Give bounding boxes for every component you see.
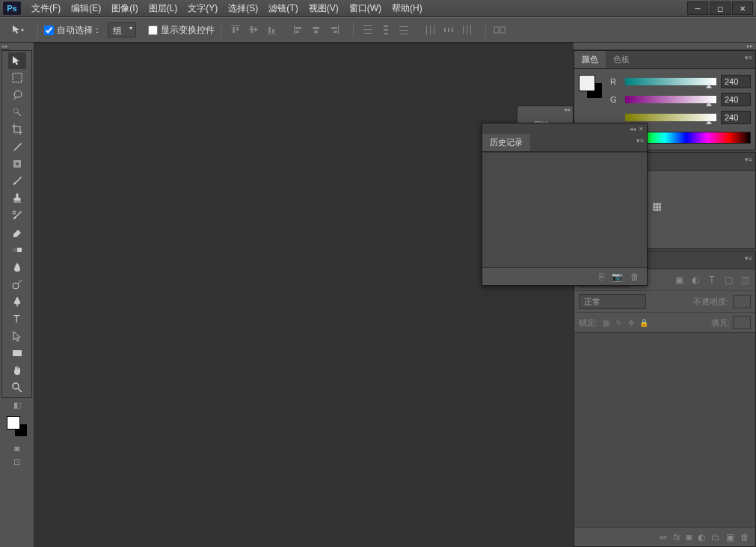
distribute-bottom-icon[interactable] [396,22,412,38]
panel-menu-icon[interactable]: ▾≡ [745,156,752,163]
history-list[interactable] [482,152,647,267]
path-select-tool[interactable] [8,328,26,344]
distribute-hcenter-icon[interactable] [440,22,457,38]
new-layer-icon[interactable]: ▣ [726,532,734,543]
lock-position-icon[interactable]: ✥ [626,317,636,328]
tab-color[interactable]: 颜色 [574,51,606,68]
tab-swatches[interactable]: 色板 [606,51,637,68]
zoom-tool[interactable] [8,379,26,396]
stamp-tool[interactable] [8,190,26,207]
panel-menu-icon[interactable]: ▾≡ [745,54,752,61]
menu-layer[interactable]: 图层(L) [144,0,182,17]
blur-tool[interactable] [8,259,26,275]
healing-tool[interactable] [8,156,26,172]
adj-icon-7[interactable]: ▦ [649,199,664,213]
layer-fx-icon[interactable]: fx [673,532,680,543]
foreground-swatch[interactable] [7,416,20,430]
collapse-icon[interactable]: ◂◂ [630,126,636,132]
menu-view[interactable]: 视图(V) [304,0,343,17]
collapse-icon[interactable]: ◂◂ [564,106,570,115]
align-bottom-icon[interactable] [263,22,280,38]
menu-file[interactable]: 文件(F) [27,0,65,17]
align-top-icon[interactable] [227,22,244,38]
distribute-top-icon[interactable] [360,22,376,38]
fill-value[interactable] [733,316,751,329]
toolbox-expand[interactable]: ▸▸ [0,43,10,50]
lock-paint-icon[interactable]: ✎ [613,317,624,328]
snapshot-icon[interactable]: 📷 [612,272,623,282]
hand-tool[interactable] [8,362,26,379]
auto-select-checkbox[interactable]: 自动选择： [44,24,102,37]
new-doc-from-state-icon[interactable]: ⎘ [599,272,604,282]
quick-select-tool[interactable] [8,104,26,120]
menu-help[interactable]: 帮助(H) [387,0,427,17]
filter-smart-icon[interactable]: ◫ [739,274,751,286]
filter-shape-icon[interactable]: ▢ [722,274,734,286]
distribute-left-icon[interactable] [422,22,439,38]
pen-tool[interactable] [8,293,26,310]
expand-icon[interactable]: ▸▸ [747,43,753,49]
default-colors-icon[interactable]: ◧ [10,399,24,411]
crop-tool[interactable] [8,121,26,138]
g-input[interactable] [721,93,751,106]
move-tool[interactable] [8,52,26,69]
fg-color-swatch[interactable] [579,75,595,91]
minimize-button[interactable]: ─ [687,1,708,15]
layers-list[interactable] [574,332,755,527]
align-left-icon[interactable] [290,22,307,38]
type-tool[interactable]: T [8,311,26,327]
menu-image[interactable]: 图像(I) [107,0,142,17]
eyedropper-tool[interactable] [8,138,26,155]
lasso-tool[interactable] [8,87,26,103]
delete-state-icon[interactable]: 🗑 [630,272,639,282]
opacity-value[interactable] [733,295,751,308]
tab-history[interactable]: 历史记录 [482,134,530,151]
filter-adjust-icon[interactable]: ◐ [689,274,701,286]
menu-type[interactable]: 文字(Y) [183,0,222,17]
b-slider[interactable] [625,114,716,121]
gradient-tool[interactable] [8,242,26,258]
lock-all-icon[interactable]: 🔒 [639,317,649,328]
menu-window[interactable]: 窗口(W) [345,0,386,17]
show-transform-checkbox[interactable]: 显示变换控件 [148,24,215,37]
link-layers-icon[interactable]: ⇔ [660,532,667,543]
g-slider[interactable] [625,96,716,103]
auto-align-icon[interactable] [492,22,508,38]
filter-type-icon[interactable]: T [706,274,718,286]
adjustment-layer-icon[interactable]: ◐ [698,532,705,543]
panel-menu-icon[interactable]: ▾≡ [636,137,644,144]
b-input[interactable] [721,111,751,124]
filter-pixel-icon[interactable]: ▣ [673,274,685,286]
distribute-vcenter-icon[interactable] [378,22,394,38]
align-hcenter-icon[interactable] [308,22,325,38]
blend-mode-select[interactable]: 正常 [579,294,646,309]
r-input[interactable] [721,75,751,88]
auto-select-mode[interactable]: 组 [108,22,136,37]
menu-select[interactable]: 选择(S) [224,0,262,17]
align-vcenter-icon[interactable] [245,22,262,38]
menu-filter[interactable]: 滤镜(T) [264,0,302,17]
align-right-icon[interactable] [326,22,342,38]
distribute-right-icon[interactable] [458,22,475,38]
close-panel-icon[interactable]: ✕ [639,126,644,132]
menu-edit[interactable]: 编辑(E) [67,0,105,17]
dodge-tool[interactable] [8,276,26,293]
screen-mode-icon[interactable]: ⊡ [10,456,24,468]
history-brush-tool[interactable] [8,207,26,224]
close-button[interactable]: ✕ [732,1,753,15]
delete-layer-icon[interactable]: 🗑 [740,532,749,543]
r-slider[interactable] [625,78,716,85]
color-swatches[interactable] [7,416,28,437]
layer-mask-icon[interactable]: ◙ [686,532,692,543]
brush-tool[interactable] [8,173,26,189]
canvas-area[interactable] [34,43,574,547]
eraser-tool[interactable] [8,224,26,241]
rectangle-tool[interactable] [8,345,26,361]
move-tool-icon[interactable] [6,21,31,39]
new-group-icon[interactable]: 🗀 [711,532,720,543]
marquee-tool[interactable] [8,70,26,86]
lock-transparent-icon[interactable]: ▦ [600,317,611,328]
panel-menu-icon[interactable]: ▾≡ [745,254,752,262]
quick-mask-icon[interactable]: ◙ [10,442,24,454]
color-swatch-pair[interactable] [579,75,603,99]
